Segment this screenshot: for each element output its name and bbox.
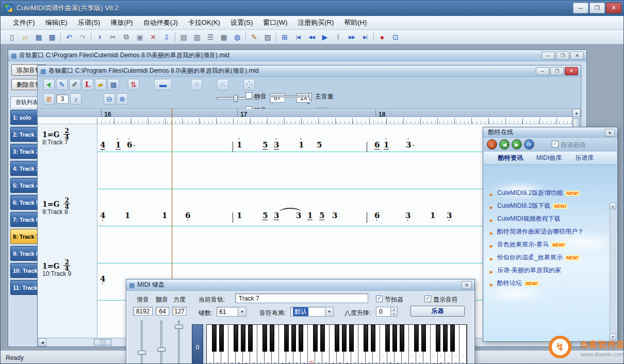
scroll-up-button[interactable]: ▲ (572, 109, 581, 117)
jianpu-note[interactable]: 4· (100, 138, 109, 152)
delete-icon[interactable]: ✕ (147, 31, 159, 43)
tick-ruler[interactable] (38, 117, 580, 124)
jianpu-note[interactable]: ·1 (116, 138, 125, 152)
record-icon[interactable]: ● (376, 31, 388, 43)
jianpu-note[interactable]: 1 (125, 209, 134, 222)
black-key[interactable] (414, 325, 419, 352)
key-count-dropdown[interactable]: 61▼ (217, 307, 247, 317)
refresh-icon[interactable]: ⟳ (524, 139, 534, 150)
save-icon[interactable]: ▦ (32, 31, 45, 43)
page-view-icon[interactable]: ▥ (191, 31, 203, 43)
track-window-minimize-button[interactable]: ─ (541, 52, 555, 60)
menu-item[interactable]: 窗口(W) (258, 16, 292, 29)
velocity-slider-thumb[interactable] (175, 325, 183, 329)
online-link[interactable]: 音色效果展示-赛马 NEW! (484, 238, 610, 251)
black-key[interactable] (284, 325, 289, 352)
menu-item[interactable]: 播放(P) (105, 16, 138, 29)
pitch-bend-slider-thumb[interactable] (138, 351, 146, 355)
score-page-icon[interactable]: ▤ (177, 31, 190, 43)
app-maximize-button[interactable]: ❐ (589, 3, 605, 13)
keyboard-view-icon[interactable]: ▦ (218, 31, 230, 43)
black-key[interactable] (450, 325, 455, 352)
scroll-left-button[interactable]: ◀ (38, 338, 46, 346)
cut-icon[interactable]: ✂ (107, 31, 119, 43)
scroll-window-minimize-button[interactable]: ─ (536, 67, 549, 75)
separator[interactable] (244, 32, 247, 42)
app-minimize-button[interactable]: ─ (573, 3, 588, 13)
black-key[interactable] (392, 325, 397, 352)
menu-item[interactable]: 卡拉OK(K) (183, 16, 225, 29)
jianpu-note[interactable]: ·1 (299, 138, 308, 152)
black-key[interactable] (212, 325, 217, 352)
beat-count-box[interactable]: 3 (56, 94, 69, 104)
black-key[interactable] (313, 325, 318, 352)
black-key[interactable] (342, 325, 347, 352)
select-tool-icon[interactable]: ➤ (43, 79, 55, 90)
black-key[interactable] (385, 325, 390, 352)
black-key[interactable] (219, 325, 224, 352)
note-group-1-icon[interactable]: ⁘ (191, 79, 202, 90)
track-window-close-button[interactable]: ✕ (570, 52, 584, 60)
notepad-icon[interactable]: ▨ (261, 31, 274, 43)
grid-tool-icon[interactable]: ▦ (108, 79, 119, 90)
separator[interactable] (90, 32, 92, 42)
go-first-icon[interactable]: |◀ (292, 31, 304, 43)
black-key[interactable] (299, 325, 303, 352)
online-link[interactable]: 酷特简谱作曲家适合哪些用户？ (484, 225, 610, 238)
transpose-icon[interactable]: ⇅ (128, 79, 139, 90)
jianpu-note[interactable]: 3· (447, 209, 456, 222)
note-group-3-icon[interactable]: ⁛ (243, 79, 255, 90)
white-key[interactable]: ··1 (459, 325, 467, 364)
jianpu-note[interactable]: ·1 (237, 138, 246, 152)
rewind-icon[interactable]: ◀◀ (305, 31, 318, 43)
open-icon[interactable]: ▱ (19, 31, 31, 43)
track-window-restore-button[interactable]: ❐ (556, 52, 569, 60)
volume-slider-thumb[interactable] (309, 93, 312, 101)
jianpu-note[interactable]: ·3 (274, 138, 283, 152)
back-icon[interactable]: ◀ (499, 139, 510, 150)
separator[interactable] (372, 32, 375, 42)
black-key[interactable] (443, 325, 448, 352)
midi-keyboard-close-button[interactable]: ✕ (462, 281, 472, 289)
zoom-slider[interactable] (217, 97, 260, 100)
separator[interactable] (59, 32, 62, 42)
menu-item[interactable]: 乐谱(S) (73, 16, 105, 29)
online-link[interactable]: 酷特论坛 NEW! (484, 277, 610, 290)
black-key[interactable] (291, 325, 296, 352)
web-icon[interactable]: ◍ (231, 31, 243, 43)
black-key[interactable] (270, 325, 274, 352)
jianpu-note[interactable]: 3 (332, 209, 341, 222)
pencil-tool-icon[interactable]: ✎ (56, 79, 68, 90)
download-icon[interactable]: ⇩ (160, 31, 173, 43)
jianpu-note[interactable]: 5 (262, 209, 272, 223)
online-panel-close-button[interactable]: ✕ (605, 129, 615, 137)
pause-icon[interactable]: ‖ (332, 31, 344, 43)
black-key[interactable] (349, 325, 354, 352)
piano-keyboard[interactable]: 1·· 2·· 3·· 4·· 5·· 6·· 7·· 1· 2· 3· 4· … (206, 324, 467, 364)
dock-icon[interactable]: ⊡ (389, 31, 402, 43)
jianpu-note[interactable]: 3· (405, 209, 415, 222)
vibrato-slider[interactable] (160, 321, 162, 364)
menu-item[interactable]: 注册购买(R) (292, 16, 339, 29)
new-icon[interactable]: ▯ (6, 31, 18, 43)
jianpu-note[interactable]: 1 (237, 209, 246, 222)
octave-shift-spinner[interactable]: 0 ▲▼ (376, 307, 398, 317)
black-key[interactable] (364, 325, 368, 352)
play-icon[interactable]: ▶ (319, 31, 331, 43)
black-key[interactable] (400, 325, 404, 352)
go-last-icon[interactable]: ▶| (359, 31, 371, 43)
black-key[interactable] (371, 325, 375, 352)
jianpu-note[interactable]: 5 (317, 138, 326, 152)
menu-item[interactable]: 编辑(E) (40, 16, 73, 29)
show-notes-checkbox[interactable] (424, 295, 431, 302)
online-link[interactable]: CuteMIDI视频教程下载 (484, 212, 610, 225)
scroll-window-restore-button[interactable]: ❐ (550, 67, 564, 75)
jianpu-note[interactable]: 1 (430, 209, 439, 222)
current-track-field[interactable]: Track 7 (235, 293, 368, 303)
online-link[interactable]: 乐谱-美丽的草原我的家 (484, 264, 610, 277)
vibrato-slider-thumb[interactable] (157, 348, 166, 352)
redo-icon[interactable]: ↷ (76, 31, 89, 43)
online-scrollbar[interactable]: ▲ ▼ (610, 203, 616, 340)
menu-item[interactable]: 设置(S) (225, 16, 258, 29)
track-list-icon[interactable]: ☰ (204, 31, 217, 43)
